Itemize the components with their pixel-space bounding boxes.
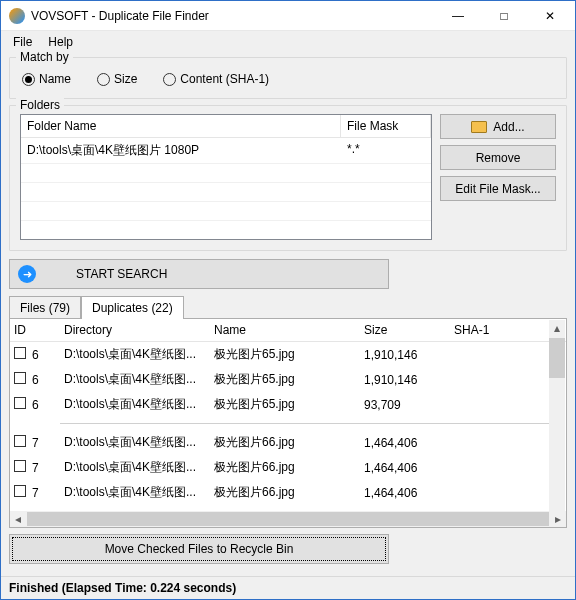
col-name[interactable]: Name xyxy=(210,319,360,341)
table-row[interactable]: 6D:\tools\桌面\4K壁纸图...极光图片65.jpg1,910,146 xyxy=(10,342,566,367)
window-title: VOVSOFT - Duplicate File Finder xyxy=(31,9,435,23)
col-folder-name[interactable]: Folder Name xyxy=(21,115,341,137)
scroll-up-icon[interactable]: ▴ xyxy=(549,320,565,336)
horizontal-scrollbar[interactable]: ◂ ▸ xyxy=(10,511,566,527)
menu-file[interactable]: File xyxy=(7,33,38,51)
group-folders: Folders Folder Name File Mask D:\tools\桌… xyxy=(9,105,567,251)
folder-row[interactable]: D:\tools\桌面\4K壁纸图片 1080P *.* xyxy=(21,138,431,163)
table-row[interactable]: 6D:\tools\桌面\4K壁纸图...极光图片65.jpg93,709 xyxy=(10,392,566,417)
row-checkbox[interactable] xyxy=(14,347,26,359)
scroll-thumb[interactable] xyxy=(27,512,549,526)
start-search-button[interactable]: ➜ START SEARCH xyxy=(9,259,389,289)
col-file-mask[interactable]: File Mask xyxy=(341,115,431,137)
row-checkbox[interactable] xyxy=(14,372,26,384)
folder-icon xyxy=(471,121,487,133)
radio-size[interactable]: Size xyxy=(97,72,137,86)
maximize-button[interactable]: □ xyxy=(481,1,527,31)
dup-header: ID Directory Name Size SHA-1 xyxy=(10,319,566,342)
folders-table[interactable]: Folder Name File Mask D:\tools\桌面\4K壁纸图片… xyxy=(20,114,432,240)
col-size[interactable]: Size xyxy=(360,319,450,341)
status-bar: Finished (Elapsed Time: 0.224 seconds) xyxy=(1,576,575,599)
group-match-by: Match by Name Size Content (SHA-1) xyxy=(9,57,567,99)
folders-header: Folder Name File Mask xyxy=(21,115,431,138)
menu-help[interactable]: Help xyxy=(42,33,79,51)
col-id[interactable]: ID xyxy=(10,319,60,341)
row-checkbox[interactable] xyxy=(14,460,26,472)
table-row[interactable]: 6D:\tools\桌面\4K壁纸图...极光图片65.jpg1,910,146 xyxy=(10,367,566,392)
radio-name[interactable]: Name xyxy=(22,72,71,86)
radio-icon xyxy=(22,73,35,86)
scroll-right-icon[interactable]: ▸ xyxy=(550,512,566,526)
duplicates-panel: ID Directory Name Size SHA-1 6D:\tools\桌… xyxy=(9,318,567,528)
radio-content[interactable]: Content (SHA-1) xyxy=(163,72,269,86)
remove-folder-button[interactable]: Remove xyxy=(440,145,556,170)
tab-files[interactable]: Files (79) xyxy=(9,296,81,319)
app-icon xyxy=(9,8,25,24)
edit-mask-button[interactable]: Edit File Mask... xyxy=(440,176,556,201)
close-button[interactable]: ✕ xyxy=(527,1,573,31)
move-to-recycle-button[interactable]: Move Checked Files to Recycle Bin xyxy=(9,534,389,564)
row-checkbox[interactable] xyxy=(14,435,26,447)
menubar: File Help xyxy=(1,31,575,53)
add-folder-button[interactable]: Add... xyxy=(440,114,556,139)
table-row[interactable]: 7D:\tools\桌面\4K壁纸图...极光图片66.jpg1,464,406 xyxy=(10,455,566,480)
titlebar[interactable]: VOVSOFT - Duplicate File Finder ― □ ✕ xyxy=(1,1,575,31)
table-row[interactable]: 7D:\tools\桌面\4K壁纸图...极光图片66.jpg1,464,406 xyxy=(10,480,566,505)
radio-icon xyxy=(97,73,110,86)
tab-duplicates[interactable]: Duplicates (22) xyxy=(81,296,184,319)
result-tabs: Files (79) Duplicates (22) xyxy=(9,295,567,318)
row-checkbox[interactable] xyxy=(14,485,26,497)
table-row[interactable]: 7D:\tools\桌面\4K壁纸图...极光图片66.jpg1,464,406 xyxy=(10,430,566,455)
scroll-left-icon[interactable]: ◂ xyxy=(10,512,26,526)
scroll-thumb[interactable] xyxy=(549,338,565,378)
col-directory[interactable]: Directory xyxy=(60,319,210,341)
folders-legend: Folders xyxy=(16,98,64,112)
match-by-legend: Match by xyxy=(16,50,73,64)
play-icon: ➜ xyxy=(18,265,36,283)
vertical-scrollbar[interactable]: ▴ xyxy=(549,320,565,511)
radio-icon xyxy=(163,73,176,86)
row-checkbox[interactable] xyxy=(14,397,26,409)
minimize-button[interactable]: ― xyxy=(435,1,481,31)
